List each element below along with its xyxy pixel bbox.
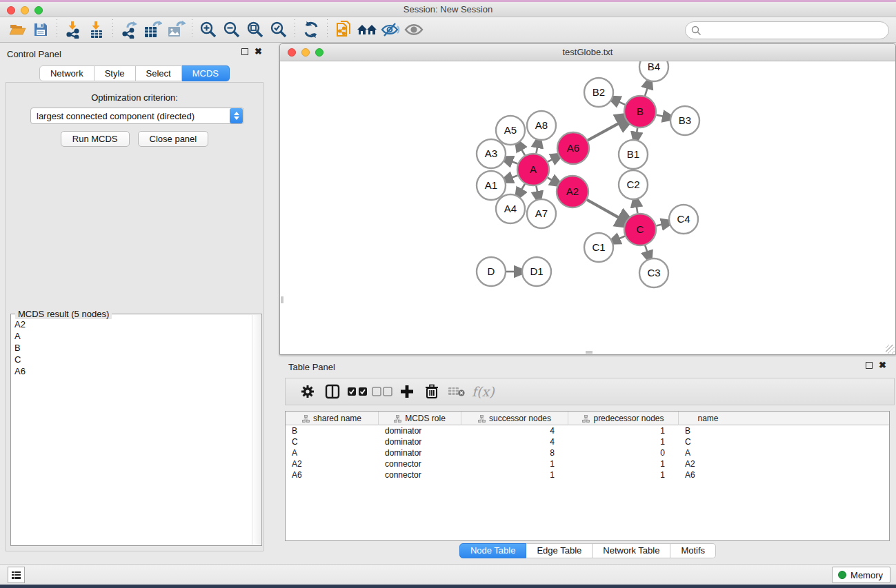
graph-node-A4[interactable]: A4 (496, 194, 525, 223)
graph-edge-A6-B[interactable] (588, 123, 620, 141)
graph-edge-A-A3[interactable] (511, 161, 518, 164)
cell-successor-nodes[interactable]: 1 (461, 469, 568, 480)
tab-motifs[interactable]: Motifs (670, 543, 716, 558)
cell-shared-name[interactable]: A6 (286, 469, 379, 480)
import-table-icon[interactable] (85, 19, 108, 40)
deselect-all-checks-icon[interactable] (370, 381, 395, 403)
run-mcds-button[interactable]: Run MCDS (61, 131, 130, 147)
cell-shared-name[interactable]: C (286, 436, 379, 447)
table-row-A2[interactable]: A2connector11A2 (286, 458, 889, 469)
column-header-successor-nodes[interactable]: successor nodes (461, 412, 568, 425)
cell-predecessor-nodes[interactable]: 1 (568, 425, 679, 436)
mcds-result-item-a6[interactable]: A6 (12, 365, 252, 377)
graph-edge-C-C4[interactable] (656, 224, 662, 225)
hide-edges-icon[interactable] (379, 19, 402, 40)
tab-network[interactable]: Network (39, 65, 94, 81)
graph-node-B1[interactable]: B1 (619, 140, 648, 169)
graph-edge-C-C3[interactable] (645, 245, 647, 253)
graph-node-A1[interactable]: A1 (477, 171, 506, 200)
close-panel-button[interactable]: Close panel (138, 131, 209, 147)
graph-node-C[interactable]: C (624, 214, 656, 245)
task-history-button[interactable] (8, 567, 25, 583)
column-header-name[interactable]: name (679, 412, 737, 425)
graph-node-A5[interactable]: A5 (496, 116, 525, 145)
tab-mcds[interactable]: MCDS (182, 65, 230, 81)
zoom-in-icon[interactable] (197, 19, 220, 40)
window-resize-grip[interactable] (886, 345, 895, 354)
graph-edge-B-B4[interactable] (645, 88, 648, 96)
import-network-icon[interactable] (61, 19, 85, 40)
cell-shared-name[interactable]: A (286, 447, 379, 458)
cell-shared-name[interactable]: B (286, 425, 379, 436)
graph-edge-C-C2[interactable] (637, 206, 638, 214)
graph-edge-A-A1[interactable] (511, 175, 518, 178)
graph-node-A[interactable]: A (517, 154, 549, 185)
cell-successor-nodes[interactable]: 1 (461, 458, 568, 469)
graph-node-C3[interactable]: C3 (639, 258, 668, 287)
float-table-panel-icon[interactable] (866, 362, 873, 369)
cell-name[interactable]: B (679, 425, 737, 436)
apply-layout-icon[interactable] (299, 19, 323, 40)
table-row-B[interactable]: Bdominator41B (286, 425, 889, 436)
column-header-MCDS-role[interactable]: MCDS role (379, 412, 461, 425)
memory-button[interactable]: Memory (832, 567, 890, 583)
cell-name[interactable]: C (679, 436, 737, 447)
cell-name[interactable]: A6 (679, 469, 737, 480)
cell-predecessor-nodes[interactable]: 0 (568, 447, 679, 458)
graph-node-C1[interactable]: C1 (584, 233, 613, 262)
graph-node-A8[interactable]: A8 (527, 111, 556, 140)
graph-node-D[interactable]: D (477, 257, 506, 286)
select-all-checks-icon[interactable] (345, 381, 370, 403)
tab-network-table[interactable]: Network Table (593, 543, 670, 558)
column-header-predecessor-nodes[interactable]: predecessor nodes (568, 412, 679, 425)
graph-node-A3[interactable]: A3 (477, 139, 506, 168)
cell-successor-nodes[interactable]: 8 (461, 447, 568, 458)
cell-name[interactable]: A2 (679, 458, 737, 469)
zoom-out-icon[interactable] (220, 19, 243, 40)
table-row-A6[interactable]: A6connector11A6 (286, 469, 889, 480)
column-visibility-icon[interactable] (320, 381, 345, 403)
graph-node-B2[interactable]: B2 (584, 78, 613, 107)
graph-edge-A-A2[interactable] (548, 178, 552, 181)
graph-edge-B-B2[interactable] (618, 101, 625, 105)
cell-MCDS-role[interactable]: dominator (379, 425, 461, 436)
graph-edge-A2-C[interactable] (587, 200, 620, 219)
graph-node-D1[interactable]: D1 (522, 257, 551, 286)
zoom-fit-icon[interactable] (243, 19, 267, 40)
graph-node-A6[interactable]: A6 (557, 132, 589, 164)
graph-node-B4[interactable]: B4 (639, 61, 668, 81)
zoom-selected-icon[interactable] (267, 19, 290, 40)
column-header-shared-name[interactable]: shared name (286, 412, 379, 425)
graph-node-B3[interactable]: B3 (670, 106, 699, 135)
mcds-result-item-a[interactable]: A (12, 330, 252, 342)
export-network-icon[interactable] (117, 19, 141, 40)
tab-edge-table[interactable]: Edge Table (526, 543, 593, 558)
graph-edge-A-A8[interactable] (536, 146, 537, 153)
tab-select[interactable]: Select (136, 65, 182, 81)
close-panel-icon[interactable]: ✖ (255, 48, 262, 55)
mcds-result-item-b[interactable]: B (12, 342, 252, 354)
graph-node-C2[interactable]: C2 (619, 170, 648, 199)
mcds-result-item-a2[interactable]: A2 (12, 318, 252, 330)
tab-node-table[interactable]: Node Table (459, 543, 527, 558)
cell-predecessor-nodes[interactable]: 1 (568, 458, 679, 469)
float-panel-icon[interactable] (241, 48, 248, 55)
show-graphics-icon[interactable] (402, 19, 426, 40)
graph-edge-C-C1[interactable] (618, 236, 625, 239)
optimization-criterion-select[interactable]: largest connected component (directed) (30, 108, 244, 124)
graph-edge-A-A5[interactable] (521, 149, 525, 155)
table-row-A[interactable]: Adominator80A (286, 447, 889, 458)
graph-edge-A-A4[interactable] (521, 184, 525, 190)
cell-predecessor-nodes[interactable]: 1 (568, 436, 679, 447)
cell-shared-name[interactable]: A2 (286, 458, 379, 469)
mcds-list-scrollbar[interactable] (252, 315, 261, 545)
show-all-icon[interactable] (355, 19, 379, 40)
delete-column-icon[interactable] (419, 381, 444, 403)
export-table-icon[interactable] (141, 19, 164, 40)
graph-node-A2[interactable]: A2 (557, 176, 588, 207)
table-row-C[interactable]: Cdominator41C (286, 436, 889, 447)
cell-predecessor-nodes[interactable]: 1 (568, 469, 679, 480)
cell-MCDS-role[interactable]: connector (379, 469, 461, 480)
graph-node-C4[interactable]: C4 (669, 205, 698, 234)
search-input[interactable] (707, 23, 883, 37)
